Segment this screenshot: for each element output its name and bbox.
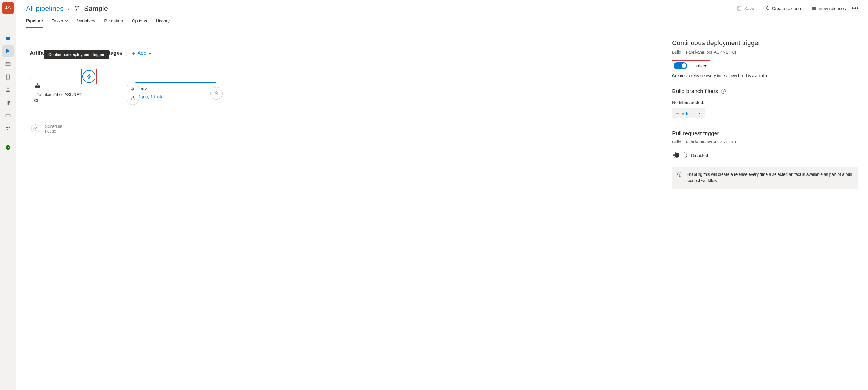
- nav-pipelines-icon[interactable]: [2, 46, 13, 57]
- pr-toggle-label: Disabled: [691, 153, 708, 158]
- svg-rect-8: [76, 6, 78, 7]
- nav-deployment-groups-icon[interactable]: [2, 123, 13, 134]
- nav-task-groups-icon[interactable]: [2, 110, 13, 121]
- cd-trigger-heading: Continuous deployment trigger: [672, 39, 858, 47]
- cd-hint: Creates a release every time a new build…: [672, 73, 858, 78]
- nav-releases-icon[interactable]: [2, 71, 13, 83]
- cd-trigger-tooltip: Continuous deployment trigger: [44, 50, 109, 59]
- tab-options[interactable]: Options: [132, 18, 147, 27]
- schedule-status[interactable]: Schedule not set: [30, 123, 87, 134]
- view-releases-button[interactable]: View releases: [811, 4, 846, 13]
- page-header: All pipelines › Sample Save Create relea…: [16, 0, 868, 15]
- pr-build-label: Build: _FabrikamFiber-ASP.NET-CI: [672, 140, 858, 144]
- pre-deploy-conditions-button[interactable]: [127, 82, 139, 105]
- save-icon: [737, 6, 742, 11]
- add-filter-button[interactable]: Add: [672, 109, 694, 118]
- avatar[interactable]: AS: [2, 2, 13, 13]
- svg-rect-7: [74, 6, 76, 7]
- svg-rect-4: [6, 127, 7, 128]
- lightning-icon: [86, 73, 92, 80]
- artifact-card[interactable]: _FabrikamFiber-ASP.NET-CI: [30, 78, 88, 107]
- nav-rocket-icon[interactable]: [2, 84, 13, 95]
- clock-icon: [30, 123, 41, 134]
- tab-history[interactable]: History: [156, 18, 169, 27]
- info-icon[interactable]: i: [721, 89, 726, 94]
- post-deploy-conditions-button[interactable]: [210, 87, 223, 99]
- chevron-down-icon: [65, 19, 68, 23]
- build-source-icon: [34, 83, 41, 89]
- save-button: Save: [736, 4, 754, 13]
- tab-tasks[interactable]: Tasks: [52, 18, 68, 27]
- tab-pipeline[interactable]: Pipeline: [26, 18, 43, 28]
- stage-card[interactable]: Dev 1 job, 1 task: [133, 82, 216, 104]
- schedule-line2: not set: [45, 129, 62, 133]
- svg-point-15: [216, 92, 217, 93]
- rocket-icon: [765, 6, 770, 11]
- add-filter-button-group: Add: [672, 109, 705, 118]
- cd-trigger-button[interactable]: [83, 70, 95, 83]
- tab-variables[interactable]: Variables: [77, 18, 95, 27]
- svg-rect-10: [738, 7, 741, 10]
- chevron-down-icon: [698, 111, 701, 115]
- pipeline-type-icon: [74, 6, 80, 11]
- tab-retention[interactable]: Retention: [104, 18, 123, 27]
- breadcrumb-root[interactable]: All pipelines: [26, 4, 64, 13]
- left-nav-rail: AS: [0, 0, 16, 390]
- person-icon: [130, 95, 135, 100]
- cd-toggle-row: Enabled: [672, 60, 710, 71]
- svg-rect-6: [8, 127, 10, 128]
- list-icon: [811, 6, 816, 11]
- more-actions-button[interactable]: •••: [850, 3, 860, 13]
- pr-trigger-heading: Pull request trigger: [672, 130, 719, 137]
- stages-column: Stages | Add: [99, 43, 247, 146]
- pr-toggle[interactable]: [673, 152, 687, 158]
- pr-toggle-row: Disabled: [672, 150, 710, 160]
- settings-panel: Continuous deployment trigger Build: _Fa…: [662, 28, 868, 390]
- tab-bar: Pipeline Tasks Variables Retention Optio…: [16, 15, 868, 28]
- chevron-down-icon: [148, 52, 152, 55]
- add-filter-dropdown[interactable]: [694, 109, 705, 118]
- create-release-button[interactable]: Create release: [764, 4, 801, 13]
- nav-overview-icon[interactable]: [2, 32, 13, 43]
- artifact-name: _FabrikamFiber-ASP.NET-CI: [34, 92, 83, 103]
- pipeline-canvas: Artifacts | Add: [16, 28, 662, 390]
- new-item-icon[interactable]: [2, 15, 13, 27]
- branch-filters-heading: Build branch filters: [672, 88, 718, 95]
- schedule-line1: Schedule: [45, 124, 62, 129]
- stage-name: Dev: [138, 86, 211, 92]
- no-filters-text: No filters added.: [672, 100, 858, 105]
- stage-tasks-link[interactable]: 1 job, 1 task: [138, 94, 211, 99]
- lightning-icon: [130, 87, 135, 91]
- pr-info-text: Enabling this will create a release ever…: [686, 172, 853, 184]
- page-title: Sample: [84, 4, 108, 13]
- svg-rect-0: [6, 36, 10, 40]
- svg-point-14: [132, 96, 134, 98]
- info-icon: i: [677, 172, 682, 177]
- svg-rect-2: [6, 75, 9, 79]
- nav-library-icon[interactable]: [2, 97, 13, 109]
- svg-rect-5: [7, 127, 8, 128]
- cd-toggle-label: Enabled: [691, 63, 708, 68]
- add-stage-button[interactable]: Add: [131, 50, 152, 56]
- svg-rect-1: [6, 63, 10, 66]
- plus-icon: [131, 51, 136, 56]
- breadcrumb-separator: ›: [68, 5, 70, 12]
- nav-security-icon[interactable]: [2, 142, 13, 153]
- cd-build-label: Build: _FabrikamFiber-ASP.NET-CI: [672, 50, 858, 55]
- svg-rect-9: [79, 6, 79, 7]
- person-icon: [214, 91, 219, 96]
- pr-info-box: i Enabling this will create a release ev…: [672, 167, 858, 188]
- connector-line: [85, 95, 122, 96]
- svg-rect-3: [6, 115, 10, 117]
- nav-environments-icon[interactable]: [2, 58, 13, 69]
- cd-toggle[interactable]: [674, 62, 687, 69]
- plus-icon: [675, 111, 679, 116]
